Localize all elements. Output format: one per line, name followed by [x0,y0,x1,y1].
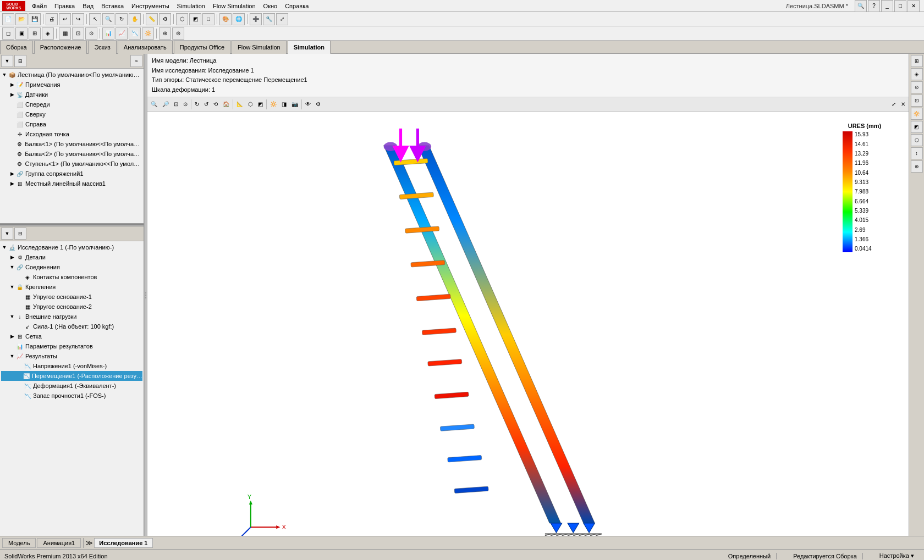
t2-btn5[interactable]: ▦ [59,27,71,40]
rt-btn9[interactable]: ⊛ [911,160,923,173]
rt-btn7[interactable]: ⬡ [911,134,923,146]
undo-btn[interactable]: ↩ [59,13,71,25]
expand-arrow[interactable]: ▶ [9,171,15,176]
model-tree-item-stupen1[interactable]: ⚙ Ступень<1> (По умолчанию<<По умолчани [1,159,142,169]
t2-btn6[interactable]: ⊡ [72,27,84,40]
sim-tree-item-setka[interactable]: ▶ ⊞ Сетка [1,331,142,341]
tab-model[interactable]: Модель [2,538,36,548]
expand-all-btn[interactable]: » [130,55,142,67]
smart-btn[interactable]: 🔧 [263,13,275,25]
sim-tree-item-uprogoe2[interactable]: ▦ Упругое основание-2 [1,302,142,312]
rt-btn2[interactable]: ◈ [911,68,923,80]
home-view-btn[interactable]: 🏠 [221,99,232,110]
rt-btn6[interactable]: ◩ [911,121,923,133]
collapse-btn[interactable]: ⊟ [14,55,26,67]
minimize-button[interactable]: _ [881,0,893,12]
t2-btn9[interactable]: 📈 [116,27,128,40]
menu-window[interactable]: Окно [260,2,281,10]
t2-btn4[interactable]: ◈ [42,27,54,40]
sim-tree-item-parametry[interactable]: 📊 Параметры результатов [1,341,142,351]
open-btn[interactable]: 📂 [15,13,28,25]
add-rel-btn[interactable]: ➕ [250,13,262,25]
model-tree-item-mestny[interactable]: ▶ ⊞ Местный линейный массив1 [1,179,142,188]
sim-tree-item-zapas1[interactable]: 📉 Запас прочности1 (-FOS-) [1,391,142,401]
expand-arrow[interactable]: ▼ [9,314,15,319]
menu-flow-simulation[interactable]: Flow Simulation [210,2,259,10]
model-tree-item-speredi[interactable]: ⬜ Спереди [1,99,142,109]
menu-file[interactable]: Файл [29,2,50,10]
expand-arrow[interactable]: ▼ [9,353,15,359]
component-btn[interactable]: ⚙ [314,99,323,110]
sim-collapse-btn[interactable]: ⊟ [14,228,26,240]
sim-tree-item-uprogoe1[interactable]: ▦ Упругое основание-1 [1,292,142,302]
maximize-button[interactable]: □ [894,0,906,12]
view-orient-btn[interactable]: 📐 [234,99,245,110]
expand-arrow[interactable]: ▼ [1,72,8,77]
new-btn[interactable]: 📄 [2,13,14,25]
model-tree-item-primechaniya[interactable]: ▶ 📝 Примечания [1,80,142,90]
rt-btn1[interactable]: ⊞ [911,55,923,67]
tab-raspolozhenie[interactable]: Расположение [34,41,87,54]
expand-arrow[interactable]: ▼ [9,284,15,290]
status-settings[interactable]: Настройка ▾ [874,552,920,559]
sim-tree-item-deformatsiya1[interactable]: 📉 Деформация1 (-Эквивалент-) [1,381,142,391]
pan-vt-btn[interactable]: ⟲ [211,99,220,110]
model-tree-item-lestnitsa[interactable]: ▼ 📦 Лестница (По умолчанию<По умолчанию_… [1,70,142,80]
t2-btn8[interactable]: 📊 [102,27,114,40]
sim-tree-item-napryazhenie1[interactable]: 📉 Напряжение1 (-vonMises-) [1,361,142,371]
options-btn[interactable]: ⚙ [159,13,171,25]
scenes-btn[interactable]: 🌐 [233,13,245,25]
t2-btn12[interactable]: ⊛ [159,27,171,40]
expand-arrow[interactable]: ▶ [9,82,15,87]
move-comp-btn[interactable]: ⤢ [276,13,288,25]
sim-tree-item-resultaty[interactable]: ▼ 📈 Результаты [1,351,142,361]
rotate-btn[interactable]: ↻ [116,13,128,25]
menu-simulation[interactable]: Simulation [174,2,208,10]
sim-tree-item-sila1[interactable]: ↙ Сила-1 (:На объект: 100 kgf:) [1,321,142,331]
vp-close-btn[interactable]: ✕ [899,99,908,110]
shade-btn[interactable]: ◩ [189,13,201,25]
print-btn[interactable]: 🖨 [46,13,58,25]
expand-arrow[interactable]: ▶ [9,334,15,339]
tab-simulation[interactable]: Simulation [288,41,331,54]
rt-btn3[interactable]: ⊙ [911,81,923,93]
sim-tree-item-peremeshenie1[interactable]: 📉 Перемещение1 (-Расположение результат [1,371,142,381]
menu-edit[interactable]: Правка [51,2,78,10]
t2-btn3[interactable]: ⊞ [29,27,41,40]
tab-eskiz[interactable]: Эскиз [88,41,116,54]
view3d-btn[interactable]: ⬡ [176,13,188,25]
model-tree-item-ishodtochka[interactable]: ✛ Исходная точка [1,129,142,139]
sim-tree-item-krepleniya[interactable]: ▼ 🔒 Крепления [1,282,142,292]
model-tree-item-balka2[interactable]: ⚙ Балка<2> (По умолчанию<<По умолчанию> [1,149,142,159]
t2-btn13[interactable]: ⊜ [172,27,184,40]
filter-btn[interactable]: ▼ [1,55,13,67]
expand-arrow[interactable]: ▼ [9,264,15,270]
sim-tree-item-detali[interactable]: ▶ ⚙ Детали [1,252,142,262]
menu-view[interactable]: Вид [79,2,97,10]
expand-arrow[interactable]: ▶ [9,181,15,186]
tab-produkty[interactable]: Продукты Office [174,41,230,54]
t2-btn2[interactable]: ▣ [15,27,28,40]
maximize-vp-btn[interactable]: ⤢ [889,99,898,110]
tab-issledovanie1[interactable]: Исследование 1 [94,538,152,548]
sim-tree-item-vneshniye[interactable]: ▼ ↓ Внешние нагрузки [1,312,142,321]
zoom-out-btn[interactable]: 🔎 [160,99,171,110]
camera-btn[interactable]: 📷 [289,99,300,110]
save-btn[interactable]: 💾 [29,13,41,25]
rt-btn4[interactable]: ⊡ [911,95,923,107]
tab-sborka[interactable]: Сборка [0,41,33,54]
rt-btn8[interactable]: ↕ [911,147,923,159]
model-tree-item-sprava[interactable]: ⬜ Справа [1,119,142,129]
measure-btn[interactable]: 📏 [146,13,158,25]
rotate-cw-btn[interactable]: ↻ [193,99,201,110]
edit-appear-btn[interactable]: 🎨 [219,13,232,25]
search-button[interactable]: 🔍 [855,0,867,12]
redo-btn[interactable]: ↪ [72,13,84,25]
rotate-ccw-btn[interactable]: ↺ [202,99,211,110]
sim-filter-btn[interactable]: ▼ [1,228,13,240]
t2-btn7[interactable]: ⊙ [85,27,97,40]
select-btn[interactable]: ↖ [89,13,101,25]
model-tree-item-sverhu[interactable]: ⬜ Сверху [1,109,142,119]
model-tree-item-balka1[interactable]: ⚙ Балка<1> (По умолчанию<<По умолчанию> [1,139,142,149]
tab-flow-sim[interactable]: Flow Simulation [232,41,287,54]
